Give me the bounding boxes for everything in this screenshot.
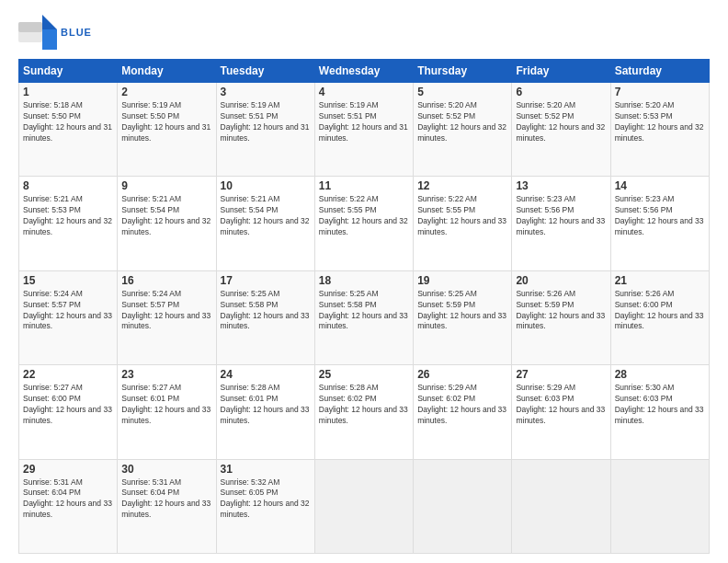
calendar-cell: 18Sunrise: 5:25 AMSunset: 5:58 PMDayligh…	[314, 270, 413, 364]
day-info: Sunrise: 5:21 AMSunset: 5:53 PMDaylight:…	[23, 194, 113, 238]
day-number: 30	[121, 463, 211, 476]
day-number: 23	[121, 368, 211, 381]
calendar-cell: 11Sunrise: 5:22 AMSunset: 5:55 PMDayligh…	[314, 177, 413, 270]
day-number: 4	[319, 86, 409, 98]
svg-rect-4	[42, 29, 57, 50]
logo: BLUE	[18, 15, 92, 50]
calendar-cell: 30Sunrise: 5:31 AMSunset: 6:04 PMDayligh…	[118, 459, 216, 553]
day-number: 19	[417, 274, 507, 287]
calendar-week-5: 29Sunrise: 5:31 AMSunset: 6:04 PMDayligh…	[19, 459, 710, 553]
calendar-week-3: 15Sunrise: 5:24 AMSunset: 5:57 PMDayligh…	[19, 270, 710, 364]
calendar-cell: 2Sunrise: 5:19 AMSunset: 5:50 PMDaylight…	[118, 83, 216, 177]
day-info: Sunrise: 5:20 AMSunset: 5:52 PMDaylight:…	[417, 100, 507, 144]
day-number: 31	[221, 463, 311, 476]
day-number: 10	[221, 179, 311, 192]
col-header-wednesday: Wednesday	[314, 60, 413, 83]
day-number: 26	[417, 368, 507, 381]
day-info: Sunrise: 5:25 AMSunset: 5:58 PMDaylight:…	[221, 289, 311, 333]
page: BLUE SundayMondayTuesdayWednesdayThursda…	[0, 0, 728, 563]
calendar-cell	[512, 459, 610, 553]
day-info: Sunrise: 5:24 AMSunset: 5:57 PMDaylight:…	[23, 289, 113, 333]
col-header-tuesday: Tuesday	[216, 60, 314, 83]
calendar-cell: 5Sunrise: 5:20 AMSunset: 5:52 PMDaylight…	[414, 83, 512, 177]
day-info: Sunrise: 5:21 AMSunset: 5:54 PMDaylight:…	[121, 194, 211, 238]
day-info: Sunrise: 5:25 AMSunset: 5:59 PMDaylight:…	[417, 289, 507, 333]
calendar-cell: 6Sunrise: 5:20 AMSunset: 5:52 PMDaylight…	[512, 83, 610, 177]
day-number: 9	[121, 179, 211, 192]
svg-rect-1	[18, 22, 42, 32]
day-info: Sunrise: 5:28 AMSunset: 6:01 PMDaylight:…	[221, 383, 311, 427]
day-number: 29	[23, 463, 113, 476]
day-number: 16	[121, 274, 211, 287]
day-number: 13	[516, 179, 606, 192]
day-number: 5	[417, 86, 507, 98]
calendar-cell: 21Sunrise: 5:26 AMSunset: 6:00 PMDayligh…	[610, 270, 709, 364]
day-number: 1	[23, 86, 113, 98]
day-info: Sunrise: 5:19 AMSunset: 5:51 PMDaylight:…	[319, 100, 409, 144]
day-number: 28	[615, 368, 705, 381]
day-number: 22	[23, 368, 113, 381]
day-info: Sunrise: 5:28 AMSunset: 6:02 PMDaylight:…	[319, 383, 409, 427]
calendar-cell: 19Sunrise: 5:25 AMSunset: 5:59 PMDayligh…	[414, 270, 512, 364]
day-info: Sunrise: 5:21 AMSunset: 5:54 PMDaylight:…	[221, 194, 311, 238]
col-header-sunday: Sunday	[19, 60, 118, 83]
calendar-header-row: SundayMondayTuesdayWednesdayThursdayFrid…	[19, 60, 710, 83]
day-info: Sunrise: 5:27 AMSunset: 6:01 PMDaylight:…	[121, 383, 211, 427]
day-number: 3	[221, 86, 311, 98]
day-number: 18	[319, 274, 409, 287]
day-info: Sunrise: 5:26 AMSunset: 5:59 PMDaylight:…	[516, 289, 606, 333]
day-info: Sunrise: 5:25 AMSunset: 5:58 PMDaylight:…	[319, 289, 409, 333]
calendar-week-4: 22Sunrise: 5:27 AMSunset: 6:00 PMDayligh…	[19, 365, 710, 459]
day-info: Sunrise: 5:27 AMSunset: 6:00 PMDaylight:…	[23, 383, 113, 427]
calendar-week-1: 1Sunrise: 5:18 AMSunset: 5:50 PMDaylight…	[19, 83, 710, 177]
calendar-cell: 24Sunrise: 5:28 AMSunset: 6:01 PMDayligh…	[216, 365, 314, 459]
col-header-saturday: Saturday	[610, 60, 709, 83]
header: BLUE	[18, 15, 710, 50]
calendar-cell: 29Sunrise: 5:31 AMSunset: 6:04 PMDayligh…	[19, 459, 118, 553]
day-info: Sunrise: 5:18 AMSunset: 5:50 PMDaylight:…	[23, 100, 113, 144]
day-info: Sunrise: 5:29 AMSunset: 6:02 PMDaylight:…	[417, 383, 507, 427]
calendar-cell: 17Sunrise: 5:25 AMSunset: 5:58 PMDayligh…	[216, 270, 314, 364]
day-number: 8	[23, 179, 113, 192]
day-number: 6	[516, 86, 606, 98]
calendar-cell: 3Sunrise: 5:19 AMSunset: 5:51 PMDaylight…	[216, 83, 314, 177]
day-info: Sunrise: 5:29 AMSunset: 6:03 PMDaylight:…	[516, 383, 606, 427]
calendar-cell: 16Sunrise: 5:24 AMSunset: 5:57 PMDayligh…	[118, 270, 216, 364]
day-info: Sunrise: 5:22 AMSunset: 5:55 PMDaylight:…	[417, 194, 507, 238]
day-info: Sunrise: 5:22 AMSunset: 5:55 PMDaylight:…	[319, 194, 409, 238]
calendar-table: SundayMondayTuesdayWednesdayThursdayFrid…	[18, 59, 710, 554]
calendar-cell: 31Sunrise: 5:32 AMSunset: 6:05 PMDayligh…	[216, 459, 314, 553]
calendar-cell: 23Sunrise: 5:27 AMSunset: 6:01 PMDayligh…	[118, 365, 216, 459]
calendar-cell: 28Sunrise: 5:30 AMSunset: 6:03 PMDayligh…	[610, 365, 709, 459]
day-number: 15	[23, 274, 113, 287]
calendar-cell: 13Sunrise: 5:23 AMSunset: 5:56 PMDayligh…	[512, 177, 610, 270]
day-number: 25	[319, 368, 409, 381]
day-number: 21	[615, 274, 705, 287]
day-number: 27	[516, 368, 606, 381]
day-info: Sunrise: 5:20 AMSunset: 5:52 PMDaylight:…	[516, 100, 606, 144]
day-info: Sunrise: 5:23 AMSunset: 5:56 PMDaylight:…	[615, 194, 705, 238]
day-number: 11	[319, 179, 409, 192]
day-info: Sunrise: 5:32 AMSunset: 6:05 PMDaylight:…	[221, 477, 311, 522]
day-number: 7	[615, 86, 705, 98]
calendar-cell: 12Sunrise: 5:22 AMSunset: 5:55 PMDayligh…	[414, 177, 512, 270]
calendar-cell: 26Sunrise: 5:29 AMSunset: 6:02 PMDayligh…	[414, 365, 512, 459]
day-number: 14	[615, 179, 705, 192]
col-header-monday: Monday	[118, 60, 216, 83]
col-header-friday: Friday	[512, 60, 610, 83]
calendar-cell: 15Sunrise: 5:24 AMSunset: 5:57 PMDayligh…	[19, 270, 118, 364]
day-info: Sunrise: 5:30 AMSunset: 6:03 PMDaylight:…	[615, 383, 705, 427]
calendar-cell: 10Sunrise: 5:21 AMSunset: 5:54 PMDayligh…	[216, 177, 314, 270]
day-number: 24	[221, 368, 311, 381]
calendar-cell	[314, 459, 413, 553]
calendar-week-2: 8Sunrise: 5:21 AMSunset: 5:53 PMDaylight…	[19, 177, 710, 270]
calendar-cell: 7Sunrise: 5:20 AMSunset: 5:53 PMDaylight…	[610, 83, 709, 177]
calendar-cell: 8Sunrise: 5:21 AMSunset: 5:53 PMDaylight…	[19, 177, 118, 270]
day-info: Sunrise: 5:19 AMSunset: 5:51 PMDaylight:…	[221, 100, 311, 144]
day-number: 2	[121, 86, 211, 98]
calendar-cell: 25Sunrise: 5:28 AMSunset: 6:02 PMDayligh…	[314, 365, 413, 459]
day-info: Sunrise: 5:31 AMSunset: 6:04 PMDaylight:…	[23, 477, 113, 522]
day-info: Sunrise: 5:26 AMSunset: 6:00 PMDaylight:…	[615, 289, 705, 333]
col-header-thursday: Thursday	[414, 60, 512, 83]
calendar-cell: 9Sunrise: 5:21 AMSunset: 5:54 PMDaylight…	[118, 177, 216, 270]
